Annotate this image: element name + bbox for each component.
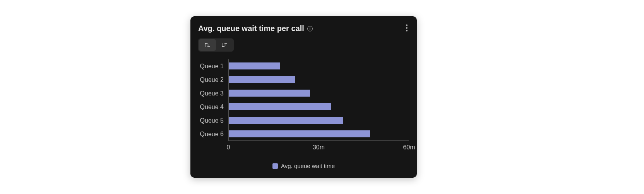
bar[interactable] [229, 76, 295, 83]
card-menu-button[interactable] [402, 23, 411, 33]
chart-card: Avg. queue wait time per call i Queue 1Q… [190, 16, 417, 178]
bar-row [229, 117, 409, 124]
chart-area: Queue 1Queue 2Queue 3Queue 4Queue 5Queue… [198, 59, 409, 141]
y-axis-category-label: Queue 2 [198, 76, 224, 83]
bar[interactable] [229, 117, 343, 124]
bar-row [229, 76, 409, 83]
y-axis-labels: Queue 1Queue 2Queue 3Queue 4Queue 5Queue… [198, 59, 228, 141]
x-tick: 30m [313, 144, 325, 151]
chart-legend: Avg. queue wait time [198, 163, 409, 169]
legend-label: Avg. queue wait time [281, 163, 335, 169]
x-axis: 0 30m 60m [228, 144, 409, 152]
sort-descending-button[interactable] [216, 39, 233, 51]
y-axis-category-label: Queue 3 [198, 90, 224, 97]
info-icon[interactable]: i [307, 26, 313, 31]
bar-row [229, 90, 409, 97]
bar[interactable] [229, 90, 310, 97]
bar[interactable] [229, 130, 370, 137]
sort-desc-icon [221, 42, 228, 48]
sort-ascending-button[interactable] [199, 39, 216, 51]
chart-plot [228, 59, 409, 141]
y-axis-category-label: Queue 6 [198, 131, 224, 138]
y-axis-category-label: Queue 1 [198, 63, 224, 70]
y-axis-category-label: Queue 5 [198, 117, 224, 124]
card-title: Avg. queue wait time per call [198, 24, 304, 33]
sort-asc-icon [204, 42, 211, 48]
card-header: Avg. queue wait time per call i [198, 24, 409, 33]
bar-row [229, 130, 409, 137]
y-axis-category-label: Queue 4 [198, 104, 224, 111]
x-tick: 60m [403, 144, 415, 151]
x-tick: 0 [227, 144, 230, 151]
sort-toggle-group [198, 38, 234, 52]
bar[interactable] [229, 103, 331, 110]
bar-row [229, 103, 409, 110]
legend-swatch [272, 163, 278, 169]
kebab-icon [406, 24, 408, 31]
bar-row [229, 62, 409, 69]
bar[interactable] [229, 62, 280, 69]
